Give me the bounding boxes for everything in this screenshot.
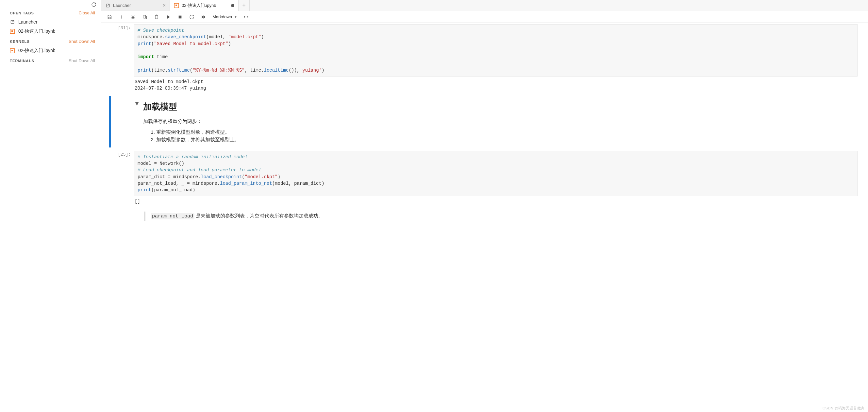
main-area: Launcher × 02-快速入门.ipynb + — [101, 0, 868, 412]
markdown-list-item: 加载模型参数，并将其加载至模型上。 — [156, 137, 868, 143]
kernels-label: KERNELS — [10, 39, 30, 43]
close-all-button[interactable]: Close All — [79, 10, 95, 16]
sidebar-item-kernel[interactable]: 02-快速入门.ipynb — [0, 46, 101, 56]
code-input[interactable]: # Instantiate a random initialized model… — [134, 151, 858, 197]
note-code: param_not_load — [151, 213, 194, 219]
cell-type-select[interactable]: Markdown ▼ — [212, 14, 237, 19]
tab-launcher[interactable]: Launcher × — [101, 0, 170, 11]
dirty-indicator-icon — [231, 4, 234, 7]
refresh-button[interactable] — [0, 0, 101, 8]
cell-prompt: [25]: — [101, 151, 134, 221]
tab-bar: Launcher × 02-快速入门.ipynb + — [101, 0, 868, 11]
terminals-label: TERMINALS — [10, 59, 34, 63]
cell-type-label: Markdown — [212, 14, 232, 19]
save-button[interactable] — [106, 14, 113, 20]
notebook-icon — [10, 29, 15, 34]
notebook-body[interactable]: [31]: # Save checkpoint mindspore.save_c… — [101, 23, 868, 412]
tab-notebook[interactable]: 02-快速入门.ipynb — [170, 0, 239, 11]
code-cell[interactable]: [25]: # Instantiate a random initialized… — [101, 149, 868, 222]
sidebar-item-launcher[interactable]: Launcher — [0, 17, 101, 27]
notebook-toolbar: Markdown ▼ — [101, 11, 868, 23]
markdown-note: param_not_load 是未被加载的参数列表，为空时代表所有参数均加载成功… — [144, 211, 858, 221]
svg-rect-3 — [108, 17, 110, 19]
open-tabs-label: OPEN TABS — [10, 11, 34, 15]
sidebar-item-label: 02-快速入门.ipynb — [18, 48, 56, 54]
insert-cell-button[interactable] — [118, 14, 124, 20]
terminals-shut-down-button[interactable]: Shut Down All — [69, 58, 95, 63]
markdown-heading: 加载模型 — [143, 101, 868, 113]
markdown-paragraph: 加载保存的权重分为两步： — [143, 118, 868, 125]
notebook-icon — [174, 3, 179, 8]
restart-button[interactable] — [189, 14, 195, 20]
svg-rect-7 — [143, 15, 146, 18]
chevron-down-icon: ▼ — [234, 15, 237, 19]
code-output: [] — [134, 196, 858, 205]
launcher-icon — [10, 19, 15, 25]
open-tabs-header: OPEN TABS Close All — [0, 8, 101, 17]
code-cell[interactable]: [31]: # Save checkpoint mindspore.save_c… — [101, 23, 868, 94]
close-icon[interactable]: × — [163, 3, 166, 8]
copy-button[interactable] — [142, 14, 148, 20]
run-all-button[interactable] — [201, 14, 207, 20]
code-output: Saved Model to model.ckpt 2024-07-02 09:… — [134, 77, 858, 92]
watermark: CSDN @码海无涯苦做舟 — [823, 406, 865, 411]
code-input[interactable]: # Save checkpoint mindspore.save_checkpo… — [134, 24, 858, 77]
sidebar-item-notebook[interactable]: 02-快速入门.ipynb — [0, 27, 101, 36]
sidebar-item-label: Launcher — [18, 19, 37, 25]
note-text: 是未被加载的参数列表，为空时代表所有参数均加载成功。 — [194, 213, 323, 218]
stop-button[interactable] — [177, 14, 183, 20]
cell-prompt: [31]: — [101, 24, 134, 92]
render-button[interactable] — [243, 14, 249, 20]
paste-button[interactable] — [154, 14, 159, 20]
collapse-heading-button[interactable] — [134, 95, 140, 148]
svg-rect-6 — [144, 16, 147, 19]
tab-label: Launcher — [113, 3, 131, 8]
launcher-icon — [105, 3, 111, 8]
svg-rect-2 — [108, 15, 110, 16]
kernels-header: KERNELS Shut Down All — [0, 36, 101, 46]
sidebar: OPEN TABS Close All Launcher 02-快速入门.ipy… — [0, 0, 101, 412]
markdown-cell[interactable]: 加载模型 加载保存的权重分为两步： 重新实例化模型对象，构造模型。 加载模型参数… — [101, 94, 868, 149]
tab-label: 02-快速入门.ipynb — [182, 3, 216, 8]
svg-rect-10 — [179, 16, 181, 18]
blockquote-bar-icon — [144, 211, 146, 221]
sidebar-item-label: 02-快速入门.ipynb — [18, 28, 56, 34]
cut-button[interactable] — [130, 14, 136, 20]
shut-down-all-button[interactable]: Shut Down All — [69, 39, 95, 44]
markdown-list-item: 重新实例化模型对象，构造模型。 — [156, 129, 868, 136]
notebook-icon — [10, 48, 15, 53]
terminals-header: TERMINALS Shut Down All — [0, 56, 101, 65]
add-tab-button[interactable]: + — [239, 0, 250, 11]
run-button[interactable] — [165, 14, 171, 20]
